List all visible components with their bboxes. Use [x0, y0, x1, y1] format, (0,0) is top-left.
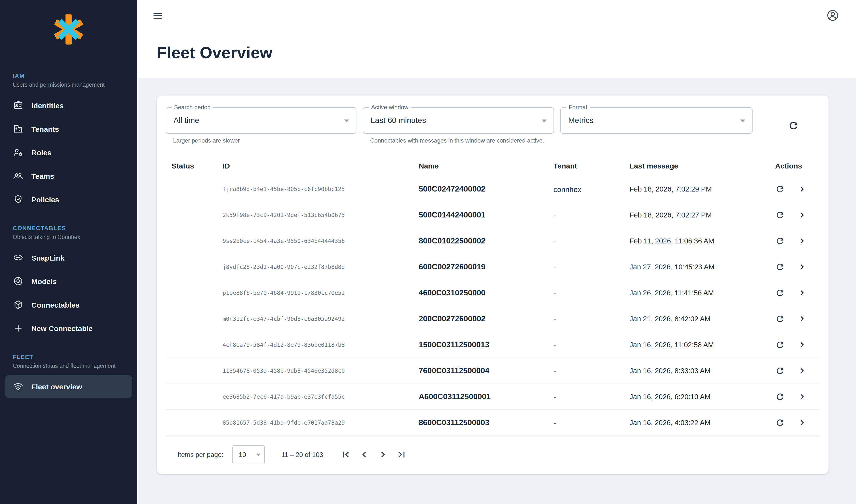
section-caption: FLEET — [0, 354, 137, 360]
sidebar: IAM Users and permissions management Ide… — [0, 0, 137, 504]
cube-icon — [13, 299, 23, 310]
field-label: Format — [566, 104, 590, 111]
row-detail-button[interactable] — [797, 417, 807, 428]
row-detail-button[interactable] — [797, 210, 807, 220]
refresh-icon — [775, 314, 785, 324]
refresh-icon — [775, 418, 785, 428]
nav-list: Fleet overview — [0, 375, 137, 398]
column-header-name: Name — [413, 157, 548, 176]
active-window-select[interactable]: Active window Last 60 minutes — [363, 107, 554, 134]
row-detail-button[interactable] — [797, 339, 807, 350]
topbar — [137, 0, 856, 31]
format-select[interactable]: Format Metrics — [560, 107, 753, 134]
row-actions — [775, 280, 820, 306]
row-detail-button[interactable] — [797, 365, 807, 376]
nav-list: Identities Tenants Roles — [0, 93, 137, 211]
field-value: Last 60 minutes — [363, 108, 553, 133]
last-message-time: Jan 21, 2026, 8:42:02 AM — [623, 306, 769, 332]
sidebar-item-fleet-overview[interactable]: Fleet overview — [5, 375, 132, 398]
refresh-button[interactable] — [788, 120, 799, 131]
field-value: Metrics — [561, 108, 752, 133]
table-row: 11354678-053a-458b-9db8-4546e352d8c07600… — [166, 358, 820, 384]
sidebar-item-teams[interactable]: Teams — [0, 164, 137, 187]
connectable-tenant: - — [548, 202, 623, 228]
sidebar-item-connectables[interactable]: Connectables — [0, 293, 137, 317]
chevron-right-icon — [797, 210, 807, 220]
chevron-right-icon — [797, 184, 807, 195]
connectable-id: 9ss2b0ce-1454-4a3e-9550-634b44444356 — [217, 228, 413, 254]
paginator: Items per page: 10 11 – 20 of 103 — [166, 441, 820, 468]
first-page-button[interactable] — [340, 449, 352, 461]
row-detail-button[interactable] — [797, 236, 807, 246]
last-message-time: Jan 16, 2026, 8:33:03 AM — [623, 358, 769, 384]
row-refresh-button[interactable] — [775, 418, 785, 428]
sidebar-item-new-connectable[interactable]: New Connectable — [0, 317, 137, 340]
row-refresh-button[interactable] — [775, 392, 785, 402]
sidebar-section-fleet: FLEET Connection status and fleet manage… — [0, 354, 137, 398]
menu-toggle-button[interactable] — [152, 10, 164, 21]
row-actions — [775, 384, 820, 410]
chevron-right-icon — [797, 365, 807, 376]
row-refresh-button[interactable] — [775, 210, 785, 220]
sidebar-item-models[interactable]: Models — [0, 269, 137, 293]
title-band: Fleet Overview — [137, 31, 856, 78]
table-row: p1oe88f6-be70-4684-9919-178301c70e524600… — [166, 280, 820, 306]
row-refresh-button[interactable] — [775, 184, 785, 194]
account-button[interactable] — [826, 9, 839, 22]
sidebar-item-label: Policies — [31, 195, 59, 203]
items-per-page-select[interactable]: 10 — [233, 445, 265, 464]
row-actions — [775, 202, 820, 228]
row-refresh-button[interactable] — [775, 366, 785, 376]
connectable-name: A600C03112500001 — [413, 384, 548, 410]
connectable-tenant: - — [548, 332, 623, 358]
column-header-id: ID — [217, 157, 413, 176]
last-message-time: Jan 26, 2026, 11:41:56 AM — [623, 280, 769, 306]
row-refresh-button[interactable] — [775, 262, 785, 272]
previous-page-button[interactable] — [358, 449, 370, 461]
badge-icon — [13, 100, 23, 111]
row-detail-button[interactable] — [797, 391, 807, 402]
connectable-name: 200C00272600002 — [413, 306, 548, 332]
sidebar-item-snaplink[interactable]: SnapLink — [0, 246, 137, 269]
table-header-row: Status ID Name Tenant Last message Actio… — [166, 157, 820, 176]
connectable-tenant: - — [548, 228, 623, 254]
chevron-right-icon — [797, 417, 807, 428]
connectable-name: 500C02472400002 — [413, 176, 548, 202]
search-period-select[interactable]: Search period All time — [166, 107, 356, 134]
last-page-button[interactable] — [396, 449, 407, 461]
row-detail-button[interactable] — [797, 288, 807, 298]
refresh-icon — [775, 210, 785, 220]
filters-row: Search period All time Larger periods ar… — [166, 107, 820, 144]
last-page-icon — [396, 449, 407, 461]
sidebar-item-identities[interactable]: Identities — [0, 93, 137, 117]
table-row: j8ydfc28-23d1-4a00-907c-e232f87b8d8d600C… — [166, 254, 820, 280]
row-detail-button[interactable] — [797, 313, 807, 324]
nav-list: SnapLink Models Connectables — [0, 246, 137, 340]
row-refresh-button[interactable] — [775, 340, 785, 350]
connectable-id: 85o81657-5d38-41bd-9fde-e7017aa78a29 — [217, 410, 413, 436]
row-actions — [775, 332, 820, 358]
section-caption: CONNECTABLES — [0, 225, 137, 232]
groups-icon — [13, 170, 23, 181]
row-detail-button[interactable] — [797, 184, 807, 195]
row-actions — [775, 306, 820, 331]
sidebar-item-policies[interactable]: Policies — [0, 187, 137, 211]
table-row: 85o81657-5d38-41bd-9fde-e7017aa78a298600… — [166, 410, 820, 436]
row-detail-button[interactable] — [797, 262, 807, 272]
connectable-id: p1oe88f6-be70-4684-9919-178301c70e52 — [217, 280, 413, 306]
row-actions — [775, 358, 820, 383]
sidebar-item-tenants[interactable]: Tenants — [0, 117, 137, 141]
next-page-button[interactable] — [377, 449, 389, 461]
row-refresh-button[interactable] — [775, 288, 785, 298]
connectable-name: 4600C0310250000 — [413, 280, 548, 306]
chevron-down-icon — [542, 120, 547, 123]
chevron-right-icon — [797, 339, 807, 350]
sidebar-item-label: Teams — [31, 172, 54, 180]
row-refresh-button[interactable] — [775, 236, 785, 246]
wifi-icon — [13, 381, 23, 392]
table-row: 4ch8ea79-584f-4d12-8e79-836be01187b81500… — [166, 332, 820, 358]
column-header-status: Status — [166, 157, 217, 176]
row-refresh-button[interactable] — [775, 314, 785, 324]
sidebar-item-roles[interactable]: Roles — [0, 141, 137, 164]
connectable-id: m0n312fc-e347-4cbf-90d8-c6a305a92492 — [217, 306, 413, 332]
